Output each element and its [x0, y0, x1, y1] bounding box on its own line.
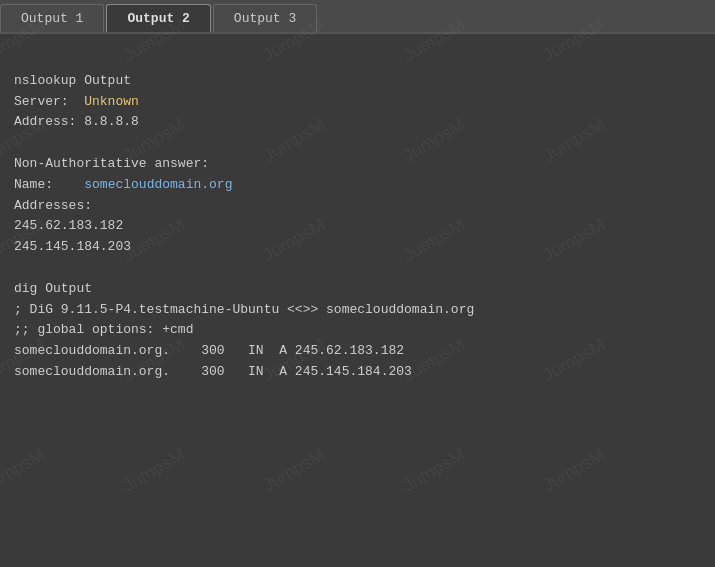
dig-header: dig Output — [14, 281, 92, 296]
tab-output2[interactable]: Output 2 — [106, 4, 210, 32]
server-value: Unknown — [84, 94, 139, 109]
output-display: nslookup Output Server: Unknown Address:… — [14, 50, 701, 404]
address-value: 8.8.8.8 — [84, 114, 139, 129]
addresses-label: Addresses: — [14, 198, 92, 213]
non-auth-line: Non-Authoritative answer: — [14, 156, 209, 171]
tab-output3[interactable]: Output 3 — [213, 4, 317, 32]
server-line: Server: Unknown — [14, 94, 139, 109]
name-value: someclouddomain.org — [84, 177, 232, 192]
dig-line2: ;; global options: +cmd — [14, 322, 193, 337]
address-line: Address: 8.8.8.8 — [14, 114, 139, 129]
tab-output1[interactable]: Output 1 — [0, 4, 104, 32]
ip1: 245.62.183.182 — [14, 218, 123, 233]
dig-line1: ; DiG 9.11.5-P4.testmachine-Ubuntu <<>> … — [14, 302, 474, 317]
dig-record2: someclouddomain.org. 300 IN A 245.145.18… — [14, 364, 412, 379]
nslookup-header: nslookup Output — [14, 73, 131, 88]
tab-bar: Output 1 Output 2 Output 3 — [0, 0, 715, 34]
content-area: nslookup Output Server: Unknown Address:… — [0, 34, 715, 561]
name-line: Name: someclouddomain.org — [14, 177, 232, 192]
dig-record1: someclouddomain.org. 300 IN A 245.62.183… — [14, 343, 404, 358]
ip2: 245.145.184.203 — [14, 239, 131, 254]
